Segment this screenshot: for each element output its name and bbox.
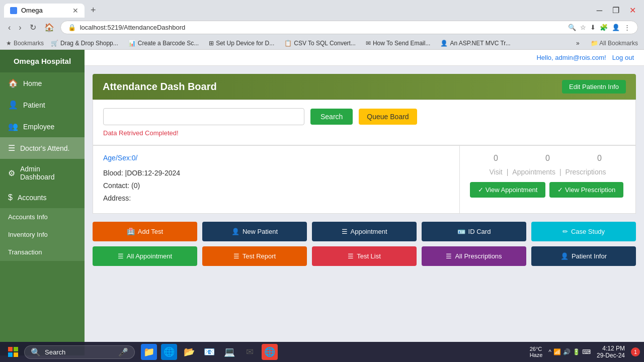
- url-text: localhost:5219/AttendanceDashbord: [80, 24, 564, 31]
- appointment-button[interactable]: ☰ Appointment: [312, 222, 417, 241]
- patient-infor-icon: 👤: [560, 252, 569, 260]
- new-patient-icon: 👤: [231, 228, 239, 235]
- sidebar-section-transaction[interactable]: Transaction: [0, 243, 85, 261]
- view-prescription-button[interactable]: ✓ View Prescription: [549, 182, 623, 198]
- new-patient-button[interactable]: 👤 New Patient: [202, 222, 307, 241]
- sidebar-doctors-attend-label: Doctor's Attend.: [20, 144, 69, 152]
- tab-favicon: [10, 7, 17, 14]
- taskbar-right: 26°C Haze ^ 📶 🔊 🔋 ⌨ 4:12 PM 29-Dec-24 1: [530, 345, 640, 359]
- taskbar-search-box[interactable]: 🔍 Search 🎤: [24, 345, 135, 359]
- profile-icon[interactable]: 👤: [612, 24, 620, 31]
- sidebar-accounts-info-label: Accounts Info: [8, 213, 48, 221]
- clock-time: 4:12 PM: [597, 345, 625, 352]
- bookmark-barcode[interactable]: 📊 Create a Barcode Sc...: [125, 39, 202, 48]
- sidebar-item-doctors-attend[interactable]: ☰ Doctor's Attend.: [0, 137, 85, 159]
- all-bookmarks-folder[interactable]: 📁 All Bookmarks: [591, 40, 638, 47]
- taskbar-outlook-icon[interactable]: 📧: [201, 344, 217, 360]
- sidebar-employee-label: Employee: [23, 123, 54, 131]
- bookmark-email[interactable]: ✉ How To Send Email...: [363, 39, 434, 48]
- sidebar-accounts-label: Accounts: [18, 194, 47, 202]
- taskbar-edge-icon[interactable]: 🌐: [161, 344, 177, 360]
- taskbar-clock: 4:12 PM 29-Dec-24: [597, 345, 625, 359]
- id-card-button[interactable]: 🪪 ID Card: [422, 222, 526, 241]
- action-buttons-section: 🏥 Add Test 👤 New Patient ☰ Appointment 🪪…: [93, 222, 636, 266]
- sidebar-item-accounts[interactable]: $ Accounts: [0, 187, 85, 208]
- sidebar-item-home[interactable]: 🏠 Home: [0, 72, 85, 94]
- sidebar-section-inventory-info[interactable]: Inventory Info: [0, 226, 85, 243]
- patient-stats-panel: 0 0 0 Visit | Appointments | Prescriptio…: [459, 146, 635, 213]
- taskbar-mail-icon[interactable]: ✉: [242, 344, 258, 360]
- bookmark-drag-drop[interactable]: 🛒 Drag & Drop Shopp...: [48, 39, 121, 48]
- address-bar[interactable]: 🔒 localhost:5219/AttendanceDashbord 🔍 ☆ …: [60, 21, 638, 34]
- taskbar-explorer-icon[interactable]: 📂: [181, 344, 197, 360]
- sidebar-item-employee[interactable]: 👥 Employee: [0, 116, 85, 137]
- maximize-button[interactable]: ❐: [608, 5, 623, 16]
- test-list-button[interactable]: ☰ Test List: [312, 246, 417, 266]
- all-prescriptions-button[interactable]: ☰ All Prescriptions: [422, 246, 526, 266]
- home-button[interactable]: 🏠: [42, 21, 56, 34]
- id-card-icon: 🪪: [457, 228, 465, 235]
- search-button[interactable]: Search: [310, 109, 353, 125]
- edit-patient-info-button[interactable]: Edit Patientn Info: [562, 80, 626, 94]
- prescriptions-label: Prescriptions: [566, 168, 606, 176]
- home-icon: 🏠: [8, 78, 18, 88]
- bookmark-csv[interactable]: 📋 CSV To SQL Convert...: [281, 39, 359, 48]
- all-appointment-button[interactable]: ☰ All Appointment: [93, 246, 197, 266]
- pipe2: |: [559, 168, 561, 176]
- add-test-icon: 🏥: [127, 228, 135, 235]
- more-bookmarks-btn[interactable]: »: [573, 39, 583, 48]
- patient-blood-dob: Blood: |DOB:12-29-2024: [103, 167, 449, 179]
- taskbar-vs-icon[interactable]: 💻: [221, 344, 237, 360]
- windows-logo-icon: [7, 346, 19, 358]
- bookmark-device[interactable]: ⊞ Set Up Device for D...: [206, 39, 277, 48]
- search-section: Search Queue Board Data Retrived Complet…: [93, 100, 636, 145]
- bookmark-aspnet[interactable]: 👤 An ASP.NET MVC Tr...: [437, 39, 513, 48]
- bookmarks-label: ★ Bookmarks: [6, 40, 44, 47]
- main-content: Hello, admin@rois.com! Log out Attendanc…: [85, 50, 644, 355]
- menu-icon[interactable]: ⋮: [624, 24, 630, 31]
- action-row-2: ☰ All Appointment ☰ Test Report ☰ Test L…: [93, 246, 636, 266]
- browser-tab[interactable]: Omega ✕: [4, 4, 85, 18]
- sidebar-item-admin-dashboard[interactable]: ⚙ Admin Dashboard: [0, 159, 85, 187]
- sidebar-section-accounts-info[interactable]: Accounts Info: [0, 208, 85, 226]
- logout-link[interactable]: Log out: [612, 54, 634, 61]
- outlook-icon: 📧: [204, 346, 215, 357]
- back-button[interactable]: ‹: [6, 21, 13, 34]
- svg-rect-1: [14, 347, 18, 351]
- weather-desc: Haze: [530, 352, 543, 358]
- notification-count[interactable]: 1: [631, 347, 640, 356]
- add-test-button[interactable]: 🏥 Add Test: [93, 222, 197, 241]
- new-tab-button[interactable]: +: [87, 3, 100, 18]
- view-appointment-button[interactable]: ✓ View Appointment: [470, 182, 545, 198]
- temperature: 26°C: [530, 346, 543, 352]
- start-button[interactable]: [4, 343, 22, 361]
- bookmark-star-icon[interactable]: ☆: [580, 24, 586, 31]
- wifi-icon[interactable]: 📶: [553, 348, 561, 355]
- patient-details: Blood: |DOB:12-29-2024 Contact: (0) Addr…: [103, 167, 449, 205]
- keyboard-icon[interactable]: ⌨: [582, 348, 591, 355]
- patient-infor-button[interactable]: 👤 Patient Infor: [531, 246, 636, 266]
- queue-board-button[interactable]: Queue Board: [359, 109, 417, 125]
- taskbar: 🔍 Search 🎤 📁 🌐 📂 📧 💻 ✉ 🌐 26°C Haze: [0, 342, 644, 362]
- patient-contact: Contact: (0): [103, 179, 449, 192]
- hello-link[interactable]: Hello, admin@rois.com!: [536, 54, 606, 61]
- minimize-button[interactable]: ─: [593, 5, 606, 16]
- action-row-1: 🏥 Add Test 👤 New Patient ☰ Appointment 🪪…: [93, 222, 636, 241]
- case-study-button[interactable]: ✏ Case Study: [531, 222, 636, 241]
- sidebar-item-patient[interactable]: 👤 Patient: [0, 94, 85, 116]
- employee-icon: 👥: [8, 122, 18, 131]
- appointment-icon: ☰: [342, 228, 348, 235]
- patient-card-section: Age/Sex:0/ Blood: |DOB:12-29-2024 Contac…: [93, 145, 636, 214]
- test-report-button[interactable]: ☰ Test Report: [202, 246, 307, 266]
- forward-button[interactable]: ›: [17, 21, 23, 34]
- show-hidden-icon[interactable]: ^: [548, 348, 551, 355]
- taskbar-files-icon[interactable]: 📁: [141, 344, 157, 360]
- patient-search-input[interactable]: [103, 108, 304, 125]
- taskbar-browser-icon[interactable]: 🌐: [262, 344, 278, 360]
- battery-icon[interactable]: 🔋: [573, 348, 580, 355]
- reload-button[interactable]: ↻: [28, 21, 38, 34]
- tab-close-btn[interactable]: ✕: [72, 7, 78, 15]
- close-button[interactable]: ✕: [625, 5, 640, 16]
- sidebar: Omega Hospital 🏠 Home 👤 Patient 👥 Employ…: [0, 50, 85, 355]
- volume-icon[interactable]: 🔊: [563, 348, 571, 355]
